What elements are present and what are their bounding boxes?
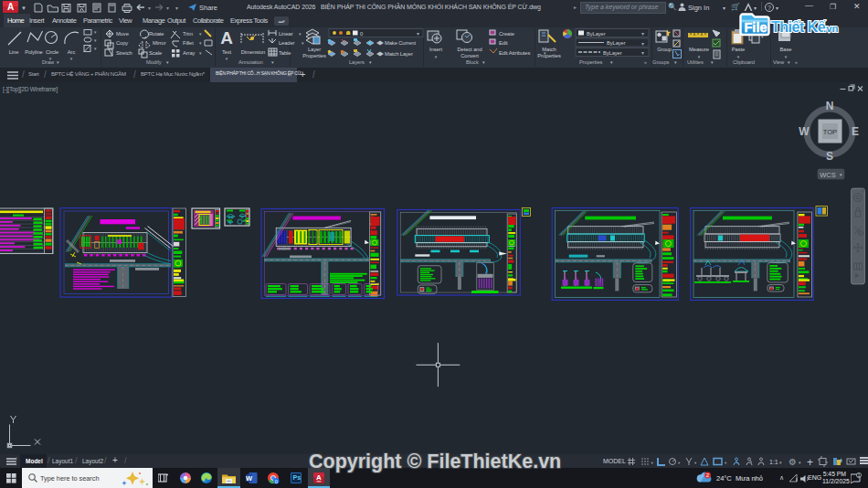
svg-text:W: W — [246, 474, 253, 483]
svg-text:▾: ▾ — [70, 56, 73, 61]
svg-text:Table: Table — [279, 50, 291, 56]
svg-text:▾: ▾ — [369, 59, 372, 65]
svg-text:▾: ▾ — [799, 460, 801, 465]
svg-text:▾: ▾ — [678, 461, 681, 465]
svg-text:0: 0 — [360, 31, 363, 37]
svg-text:Linear: Linear — [279, 31, 293, 37]
svg-text:Trim: Trim — [183, 31, 193, 37]
svg-text:▾: ▾ — [417, 31, 419, 37]
svg-text:Copy: Copy — [116, 40, 128, 46]
svg-text:Mirror: Mirror — [153, 40, 166, 46]
svg-text:A: A — [7, 2, 14, 12]
svg-text:Fillet: Fillet — [183, 40, 194, 46]
svg-text:Thiết Kế: Thiết Kế — [771, 19, 826, 35]
svg-text:»: » — [644, 59, 647, 65]
svg-text:▾: ▾ — [175, 5, 178, 11]
svg-text:Array: Array — [183, 50, 196, 56]
svg-text:Layers: Layers — [349, 59, 365, 65]
svg-text:Insert: Insert — [429, 47, 442, 52]
svg-text:Paste: Paste — [732, 47, 745, 52]
svg-text:1:1: 1:1 — [769, 459, 778, 465]
svg-text:▾: ▾ — [148, 5, 151, 11]
svg-text:Block: Block — [466, 59, 479, 65]
svg-text:▾: ▾ — [711, 59, 714, 65]
svg-text:WCS: WCS — [820, 171, 836, 179]
svg-text:▾: ▾ — [199, 40, 202, 46]
svg-text:▾: ▾ — [779, 460, 782, 465]
svg-text:»: » — [795, 59, 798, 65]
svg-text:▾: ▾ — [610, 59, 613, 65]
svg-text:▾: ▾ — [482, 59, 485, 65]
svg-text:▾: ▾ — [166, 5, 169, 11]
svg-text:Measure: Measure — [689, 47, 709, 52]
svg-text:▾: ▾ — [788, 59, 790, 65]
svg-text:⚙: ⚙ — [789, 457, 797, 467]
svg-text:Arc: Arc — [68, 49, 76, 55]
svg-text:Convert: Convert — [460, 53, 479, 58]
svg-text:Draw: Draw — [42, 59, 55, 65]
svg-text:▾: ▾ — [641, 41, 644, 47]
svg-text:Groups: Groups — [652, 59, 670, 65]
svg-text:Layer: Layer — [308, 47, 321, 52]
svg-text:Move: Move — [116, 31, 129, 37]
svg-text:▾: ▾ — [302, 40, 304, 46]
svg-text:Polyline: Polyline — [25, 49, 43, 55]
svg-text:Properties: Properties — [302, 53, 326, 58]
svg-text:Edit Attributes: Edit Attributes — [499, 50, 530, 56]
svg-text:▾: ▾ — [299, 31, 302, 37]
svg-text:TOP: TOP — [823, 128, 837, 136]
svg-text:▾: ▾ — [674, 59, 677, 65]
svg-text:N: N — [826, 100, 834, 112]
svg-text:+: + — [807, 456, 813, 467]
svg-text:Annotation: Annotation — [238, 59, 263, 65]
svg-text:A: A — [316, 473, 322, 482]
svg-text:[-][Top][2D Wireframe]: [-][Top][2D Wireframe] — [3, 86, 58, 93]
svg-text:Line: Line — [9, 49, 19, 55]
svg-text:▾: ▾ — [94, 37, 97, 43]
svg-text:File: File — [745, 20, 767, 35]
svg-text:Text: Text — [222, 49, 232, 55]
svg-text:Stretch: Stretch — [116, 50, 132, 56]
svg-text:Match: Match — [542, 47, 556, 52]
svg-text:ByLayer: ByLayer — [607, 40, 626, 46]
svg-text:Properties: Properties — [579, 59, 603, 65]
svg-text:Modify: Modify — [146, 59, 162, 65]
svg-text:View: View — [773, 59, 785, 65]
svg-text:▾: ▾ — [57, 59, 59, 65]
svg-text:Properties: Properties — [537, 53, 561, 58]
svg-text:Base: Base — [780, 47, 792, 52]
svg-text:.vn: .vn — [823, 23, 839, 34]
svg-text:A: A — [220, 28, 233, 48]
svg-text:Rotate: Rotate — [149, 31, 164, 37]
svg-text:Circle: Circle — [46, 49, 58, 55]
svg-text:Make Current: Make Current — [385, 40, 416, 46]
svg-text:Create: Create — [499, 31, 514, 37]
svg-text:S: S — [826, 150, 833, 163]
svg-text:▾: ▾ — [166, 59, 169, 65]
svg-text:▾: ▾ — [694, 461, 697, 465]
svg-text:▾: ▾ — [271, 59, 274, 65]
svg-text:Edit: Edit — [499, 40, 508, 46]
svg-text:ByLayer: ByLayer — [587, 31, 606, 37]
svg-text:▾: ▾ — [641, 50, 644, 56]
svg-text:E: E — [852, 125, 859, 138]
svg-text:Match Layer: Match Layer — [385, 51, 413, 57]
svg-text:Detect and: Detect and — [457, 47, 482, 52]
svg-text:▾: ▾ — [651, 461, 654, 465]
svg-text:Utilities: Utilities — [687, 59, 704, 65]
svg-text:▾: ▾ — [94, 46, 97, 51]
svg-text:W: W — [799, 125, 810, 138]
svg-text:▾: ▾ — [94, 29, 97, 35]
svg-text:▾: ▾ — [199, 50, 202, 56]
svg-text:▾: ▾ — [435, 54, 438, 59]
svg-text:▾: ▾ — [725, 461, 727, 465]
svg-text:ByLayer: ByLayer — [603, 50, 622, 56]
svg-text:▾: ▾ — [226, 56, 228, 61]
svg-text:▾: ▾ — [199, 31, 202, 37]
svg-text:1: 1 — [857, 472, 860, 478]
svg-text:Leader: Leader — [279, 40, 295, 46]
svg-text:Dimension: Dimension — [241, 49, 266, 55]
svg-text:Scale: Scale — [149, 50, 162, 56]
svg-text:Clipboard: Clipboard — [733, 59, 755, 65]
svg-text:0: 0 — [275, 479, 278, 484]
